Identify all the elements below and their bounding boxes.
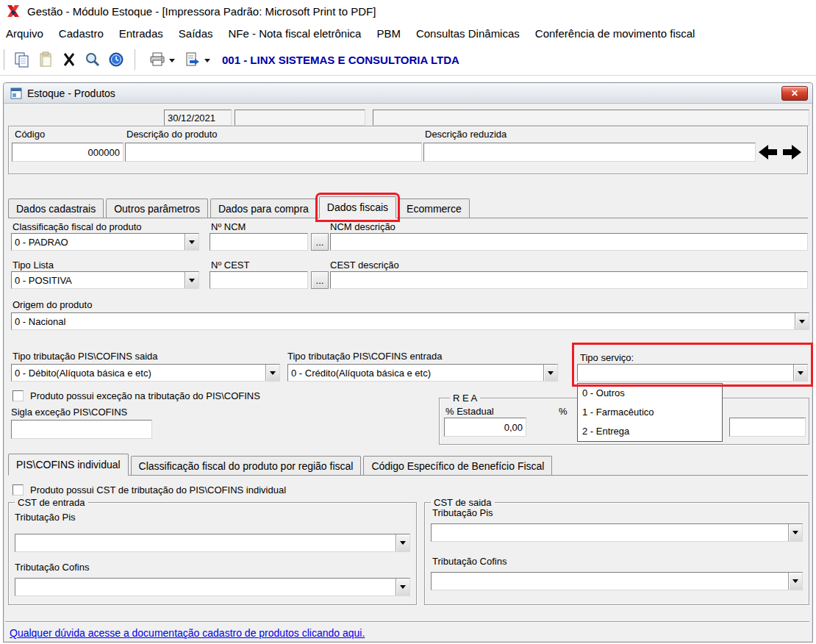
menu-cadastro[interactable]: Cadastro	[59, 27, 104, 40]
cst-saida-cofins-combo[interactable]	[431, 572, 803, 590]
main-tabs: Dados cadastrais Outros parâmetros Dados…	[8, 196, 808, 218]
company-selector[interactable]: 001 - LINX SISTEMAS E CONSULTORIA LTDA	[222, 54, 459, 66]
subtab-pis-cofins-individual[interactable]: PIS\COFINS individual	[8, 454, 129, 476]
origem-produto-combo[interactable]: 0 - Nacional	[11, 312, 809, 330]
estoque-produtos-window: Estoque - Produtos ✕ 30/12/2021 Código D…	[3, 82, 813, 643]
window-body: 30/12/2021 Código Descrição do produto D…	[4, 104, 812, 643]
chevron-down-icon[interactable]	[788, 524, 802, 541]
rea-estadual-input[interactable]: 0,00	[444, 418, 526, 437]
pis-cofins-saida-value: 0 - Débito(Alíquota básica e etc)	[12, 368, 265, 379]
search-button[interactable]	[81, 48, 104, 71]
chevron-down-icon[interactable]	[396, 534, 409, 551]
toolbar: 001 - LINX SISTEMAS E CONSULTORIA LTDA	[0, 44, 816, 76]
previous-record-button[interactable]	[756, 141, 779, 163]
chevron-down-icon[interactable]	[265, 365, 279, 381]
chevron-down-icon[interactable]	[788, 573, 802, 590]
ncm-browse-button[interactable]: ...	[311, 233, 329, 251]
tab-ecommerce[interactable]: Ecommerce	[398, 198, 470, 218]
rea-estadual-label: % Estadual	[445, 406, 494, 417]
close-icon: ✕	[791, 88, 798, 99]
rea-value-input[interactable]	[729, 418, 806, 437]
cest-input[interactable]	[210, 271, 308, 289]
cst-saida-pis-label: Tributação Pis	[432, 507, 493, 518]
history-button[interactable]	[104, 48, 128, 71]
cst-individual-checkbox[interactable]	[12, 484, 24, 495]
print-dropdown-caret-icon[interactable]	[169, 59, 175, 65]
menu-arquivo[interactable]: Arquivo	[6, 27, 43, 40]
ncm-label: Nº NCM	[211, 221, 246, 232]
export-dropdown-caret-icon[interactable]	[204, 59, 210, 65]
origem-produto-label: Origem do produto	[12, 299, 92, 310]
menu-saidas[interactable]: Saídas	[179, 27, 213, 40]
chevron-down-icon[interactable]	[795, 313, 809, 329]
delete-icon	[60, 51, 78, 68]
tipo-lista-combo[interactable]: 0 - POSITIVA	[11, 271, 199, 289]
menu-pbm[interactable]: PBM	[376, 27, 401, 40]
classificacao-fiscal-combo[interactable]: 0 - PADRAO	[11, 233, 199, 251]
chevron-down-icon[interactable]	[185, 272, 198, 288]
chevron-down-icon[interactable]	[543, 365, 557, 381]
menu-entradas[interactable]: Entradas	[119, 27, 163, 40]
excecao-pis-cofins-checkbox[interactable]	[12, 390, 24, 401]
chevron-down-icon[interactable]	[396, 579, 409, 595]
tab-dados-para-compra[interactable]: Dados para compra	[210, 198, 317, 218]
pis-cofins-entrada-label: Tipo tributação PIS\COFINS entrada	[287, 351, 443, 362]
date-field[interactable]: 30/12/2021	[164, 110, 232, 126]
pis-cofins-entrada-combo[interactable]: 0 - Crédito(Alíquota básica e etc)	[287, 364, 558, 382]
ncm-descricao-input[interactable]	[330, 233, 808, 251]
copy-button[interactable]	[10, 48, 34, 71]
cst-saida-group: CST de saida Tributação Pis Tributação C…	[424, 502, 809, 605]
ncm-descricao-label: NCM descrição	[330, 221, 396, 232]
tipo-servico-label: Tipo serviço:	[580, 352, 634, 363]
cst-saida-pis-combo[interactable]	[431, 523, 803, 542]
ncm-input[interactable]	[210, 233, 308, 251]
subtab-classificacao-regiao-fiscal[interactable]: Classificação fiscal do produto por regi…	[131, 456, 362, 475]
cst-entrada-cofins-label: Tributação Cofins	[15, 562, 89, 573]
codigo-input[interactable]: 000000	[12, 143, 124, 162]
app-title-bar: Gestão - Módulo Estoque - [Impressora Pa…	[0, 0, 816, 22]
menu-consultas-dinamicas[interactable]: Consultas Dinâmicas	[416, 27, 520, 40]
copy-icon	[13, 51, 31, 68]
tipo-lista-value: 0 - POSITIVA	[12, 275, 185, 286]
cst-entrada-cofins-combo[interactable]	[15, 578, 410, 596]
delete-button[interactable]	[57, 48, 81, 71]
arrow-left-icon	[757, 143, 778, 161]
chevron-down-icon[interactable]	[185, 234, 198, 250]
product-header-group: Código Descrição do produto Descrição re…	[8, 126, 808, 174]
search-icon	[84, 51, 101, 68]
sigla-excecao-input[interactable]	[11, 420, 152, 439]
close-button[interactable]: ✕	[781, 86, 808, 101]
pis-cofins-saida-combo[interactable]: 0 - Débito(Alíquota básica e etc)	[11, 364, 280, 382]
app-title: Gestão - Módulo Estoque - [Impressora Pa…	[27, 5, 376, 18]
tab-outros-parametros[interactable]: Outros parâmetros	[106, 198, 208, 218]
tipo-servico-combo[interactable]	[577, 364, 808, 382]
next-record-button[interactable]	[781, 141, 804, 163]
tab-dados-fiscais[interactable]: Dados fiscais	[319, 196, 396, 218]
cest-descricao-label: CEST descrição	[330, 260, 399, 271]
cest-descricao-input[interactable]	[330, 271, 808, 289]
menu-conferencia-movimento-fiscal[interactable]: Conferência de movimento fiscal	[535, 27, 695, 40]
menu-nfe[interactable]: NFe - Nota fiscal eletrônica	[228, 27, 361, 40]
cst-entrada-pis-combo[interactable]	[15, 534, 410, 552]
tipo-servico-option-farmaceutico[interactable]: 1 - Farmacêutico	[578, 403, 722, 422]
paste-button[interactable]	[34, 48, 57, 71]
print-button[interactable]	[144, 48, 179, 71]
subtab-codigo-beneficio-fiscal[interactable]: Código Específico de Benefício Fiscal	[363, 456, 552, 475]
footer-divider	[5, 621, 809, 623]
chevron-down-icon[interactable]	[793, 365, 807, 381]
descricao-reduzida-input[interactable]	[423, 143, 756, 162]
documentation-link[interactable]: Qualquer dúvida acesse a documentação ca…	[10, 627, 365, 639]
toolbar-grip	[4, 49, 7, 70]
tab-dados-cadastrais[interactable]: Dados cadastrais	[8, 198, 104, 218]
tipo-servico-dropdown-list: 0 - Outros 1 - Farmacêutico 2 - Entrega	[577, 383, 723, 442]
tipo-servico-option-outros[interactable]: 0 - Outros	[578, 384, 722, 403]
window-title-bar[interactable]: Estoque - Produtos ✕	[4, 83, 812, 104]
screen: Gestão - Módulo Estoque - [Impressora Pa…	[0, 0, 816, 644]
export-button[interactable]	[179, 48, 215, 71]
cest-browse-button[interactable]: ...	[311, 271, 329, 289]
tipo-servico-option-entrega[interactable]: 2 - Entrega	[578, 422, 722, 441]
descricao-produto-input[interactable]	[125, 143, 422, 162]
cest-label: Nº CEST	[211, 260, 249, 271]
pis-cofins-saida-label: Tipo tributação PIS\COFINS saida	[12, 351, 158, 362]
toolbar-separator	[135, 49, 137, 70]
